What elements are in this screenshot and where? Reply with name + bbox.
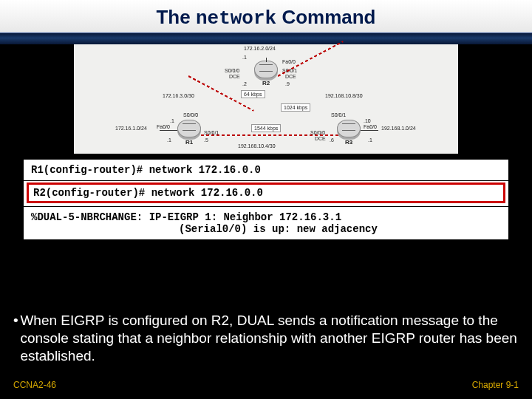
r3-sub2: DCE: [315, 136, 326, 141]
slide-content: 172.16.2.0/24 R2 .1 Fa0/0 S0/0/0 DCE .2 …: [0, 44, 532, 399]
r2-addr-right: .9: [285, 81, 290, 86]
r2-if-top: Fa0/0: [282, 59, 296, 64]
router-r1-label: R1: [178, 139, 200, 146]
terminal-line-3: %DUAL-5-NBRCHANGE: IP-EIGRP 1: Neighbor …: [24, 207, 508, 239]
r2-if-left: S0/0/0: [225, 68, 239, 73]
terminal-line-1: R1(config-router)# network 172.16.0.0: [24, 160, 508, 181]
r1-addr-serial: .1: [170, 118, 174, 123]
terminal-output-box: R1(config-router)# network 172.16.0.0 R2…: [21, 157, 511, 242]
bullet-list: • When EIGRP is configured on R2, DUAL s…: [13, 312, 519, 364]
r3-addr-serial: .10: [364, 118, 371, 123]
stub-r2-top: [266, 58, 267, 62]
label-left-link: 172.16.3.0/30: [163, 93, 194, 98]
r3-if-serial2: S0/0/0: [310, 130, 325, 135]
r2-addr-left: .2: [242, 81, 247, 86]
r3-if-serial: S0/0/1: [331, 112, 346, 117]
badge-bottom-bw: 1544 kbps: [251, 124, 281, 132]
r3-addr-right: .1: [368, 137, 372, 143]
label-left-lan: 172.16.1.0/24: [115, 126, 147, 131]
r1-if-left: Fa0/0: [157, 124, 170, 129]
router-r2-icon: R2: [254, 61, 278, 78]
badge-right-bw: 1024 kbps: [281, 103, 310, 112]
label-bottom-link: 192.168.10.4/30: [238, 143, 276, 149]
router-r1-icon: R1: [177, 120, 201, 137]
footer-left: CCNA2-46: [13, 380, 56, 390]
r1-addr-left: .1: [167, 137, 171, 143]
bullet-icon: •: [13, 312, 20, 364]
r1-if-serial2: S0/0/1: [204, 130, 219, 135]
title-keyword: network: [196, 7, 276, 30]
label-top-net: 172.16.2.0/24: [244, 46, 276, 51]
title-pre: The: [156, 6, 195, 28]
badge-left-bw: 64 kbps: [241, 90, 265, 98]
r3-if-right: Fa0/0: [364, 124, 377, 129]
router-r2-label: R2: [255, 80, 277, 86]
terminal-line-3a: %DUAL-5-NBRCHANGE: IP-EIGRP 1: Neighbor …: [31, 211, 501, 223]
bullet-text: When EIGRP is configured on R2, DUAL sen…: [20, 312, 519, 364]
label-right-lan: 192.168.1.0/24: [381, 126, 416, 131]
r2-sub-right: DCE: [285, 74, 296, 79]
terminal-line-3b: (Serial0/0) is up: new adjacency: [31, 223, 501, 235]
footer-right: Chapter 9-1: [472, 380, 519, 390]
r3-addr-serial2: .6: [330, 137, 334, 143]
stub-r1-left: [160, 130, 177, 131]
r2-sub-left: DCE: [229, 74, 240, 79]
network-topology-diagram: 172.16.2.0/24 R2 .1 Fa0/0 S0/0/0 DCE .2 …: [74, 44, 458, 154]
label-right-link: 192.168.10.8/30: [325, 93, 363, 98]
bullet-item: • When EIGRP is configured on R2, DUAL s…: [13, 312, 519, 364]
slide-title: The network Command: [0, 0, 532, 33]
stub-r3-right: [361, 130, 378, 131]
router-r3-label: R3: [338, 139, 360, 146]
terminal-line-2-wrap: R2(config-router)# network 172.16.0.0: [24, 183, 508, 207]
r1-if-serial: S0/0/0: [183, 112, 198, 117]
r1-addr-serial2: .5: [204, 137, 208, 143]
r2-addr-top: .1: [242, 55, 247, 60]
title-post: Command: [276, 6, 375, 28]
router-r3-icon: R3: [337, 120, 361, 137]
terminal-line-2-highlight: R2(config-router)# network 172.16.0.0: [27, 183, 505, 203]
